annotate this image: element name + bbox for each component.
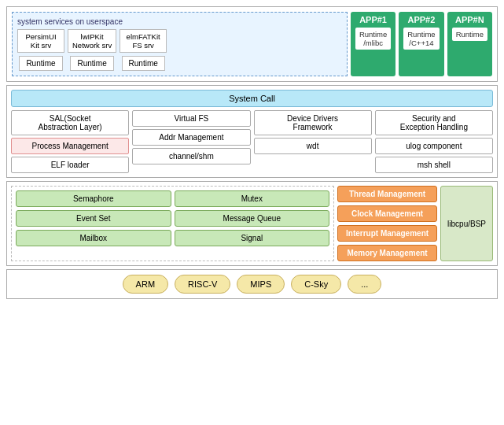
app1-runtime: Runtime/mlibc: [355, 28, 391, 50]
middle-section: System Call SAL(SocketAbstraction Layer)…: [6, 85, 498, 178]
middle-col2: Virtual FS Addr Management channel/shm: [132, 110, 250, 173]
kernel-row1: Semaphore Mutex: [16, 190, 329, 207]
sal-box: SAL(SocketAbstraction Layer): [11, 110, 129, 135]
arch-riscv: RISC-V: [175, 275, 230, 294]
mailbox-box: Mailbox: [16, 230, 171, 246]
syscall-bar: System Call: [11, 90, 493, 107]
userspace-box: system services on userspace PersimUIKit…: [12, 12, 348, 76]
elf-loader-box: ELF loader: [11, 157, 129, 173]
device-drivers-box: Device DriversFramework: [254, 110, 372, 135]
app-blocks: APP#1 Runtime/mlibc APP#2 Runtime/C++14 …: [351, 12, 492, 76]
service-lwipkit-name: lwIPKitNetwork srv: [68, 29, 116, 53]
wdt-box: wdt: [254, 138, 372, 154]
message-queue-box: Message Queue: [175, 210, 330, 227]
app2-runtime: Runtime/C++14: [403, 28, 439, 50]
ulog-box: ulog component: [375, 138, 493, 154]
diagram: system services on userspace PersimUIKit…: [0, 0, 504, 425]
event-set-box: Event Set: [16, 210, 171, 227]
appn-title: APP#N: [455, 15, 484, 24]
arch-mips: MIPS: [237, 275, 285, 294]
signal-box: Signal: [175, 230, 330, 246]
middle-col3: Device DriversFramework wdt: [254, 110, 372, 173]
memory-mgmt-box: Memory Management: [337, 245, 437, 261]
app2-title: APP#2: [408, 15, 436, 24]
appn-runtime: Runtime: [452, 28, 487, 41]
bottom-section: ARM RISC-V MIPS C-Sky ...: [6, 269, 498, 299]
arch-arm: ARM: [123, 275, 168, 294]
security-box: Security andException Handling: [375, 110, 493, 135]
arch-csky: C-Sky: [291, 275, 341, 294]
middle-col4: Security andException Handling ulog comp…: [375, 110, 493, 173]
mutex-box: Mutex: [175, 190, 330, 207]
service-elmfatkit-runtime: Runtime: [122, 56, 165, 71]
channel-shm-box: channel/shm: [132, 148, 250, 164]
userspace-inner: PersimUIKit srv Runtime lwIPKitNetwork s…: [17, 29, 342, 71]
kernel-section: Semaphore Mutex Event Set Message Queue …: [6, 181, 498, 266]
bsp-box: libcpu/BSP: [440, 186, 493, 261]
kernel-rt-col: Thread Management Clock Management Inter…: [337, 186, 437, 261]
msh-shell-box: msh shell: [375, 157, 493, 173]
thread-mgmt-box: Thread Management: [337, 186, 437, 202]
userspace-label: system services on userspace: [17, 17, 342, 26]
interrupt-mgmt-box: Interrupt Management: [337, 225, 437, 242]
kernel-ipc-left: Semaphore Mutex Event Set Message Queue …: [11, 186, 334, 261]
semaphore-box: Semaphore: [16, 190, 171, 207]
app1-block: APP#1 Runtime/mlibc: [351, 12, 395, 76]
middle-col1: SAL(SocketAbstraction Layer) Process Man…: [11, 110, 129, 173]
virtualfs-box: Virtual FS: [132, 110, 250, 127]
app2-block: APP#2 Runtime/C++14: [399, 12, 443, 76]
app1-title: APP#1: [359, 15, 387, 24]
kernel-right: Thread Management Clock Management Inter…: [337, 186, 493, 261]
service-elmfatkit-name: elmFATKitFS srv: [120, 29, 167, 53]
kernel-row3: Mailbox Signal: [16, 230, 329, 246]
middle-grid: SAL(SocketAbstraction Layer) Process Man…: [11, 110, 493, 173]
service-elmfatkit: elmFATKitFS srv Runtime: [120, 29, 167, 71]
service-lwipkit: lwIPKitNetwork srv Runtime: [68, 29, 116, 71]
service-persimui-name: PersimUIKit srv: [17, 29, 64, 53]
service-lwipkit-runtime: Runtime: [70, 56, 113, 71]
kernel-row2: Event Set Message Queue: [16, 210, 329, 227]
clock-mgmt-box: Clock Management: [337, 205, 437, 222]
addr-mgmt-box: Addr Management: [132, 129, 250, 146]
arch-more: ...: [348, 275, 381, 294]
appn-block: APP#N Runtime: [447, 12, 492, 76]
service-persimui: PersimUIKit srv Runtime: [17, 29, 64, 71]
process-mgmt-box: Process Management: [11, 138, 129, 154]
top-section: system services on userspace PersimUIKit…: [6, 6, 498, 82]
service-persimui-runtime: Runtime: [19, 56, 62, 71]
